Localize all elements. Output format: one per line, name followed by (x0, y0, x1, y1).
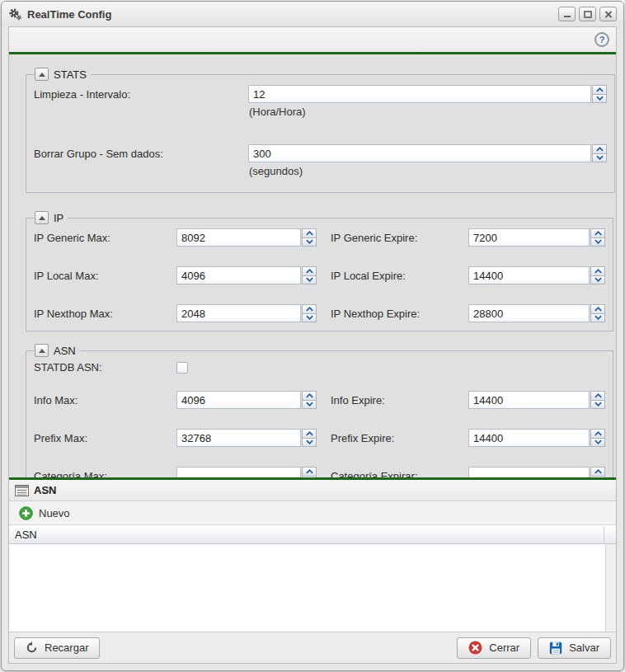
spinner-down-button[interactable] (592, 154, 607, 163)
arrow-up-icon (39, 349, 45, 353)
spinner-up-button[interactable] (590, 304, 605, 314)
collapse-ip-button[interactable] (35, 211, 49, 224)
limpieza-intervalo-label: Limpieza - Intervalo: (34, 85, 248, 101)
prefix-max-input[interactable] (176, 429, 301, 447)
fieldset-stats-title: STATS (54, 68, 87, 81)
categoria-max-label: Categoría Max: (34, 470, 176, 478)
chevron-down-icon (596, 96, 604, 101)
spinner-up-button[interactable] (302, 266, 317, 276)
asn-grid-title: ASN (34, 484, 56, 496)
nuevo-button[interactable]: Nuevo (14, 505, 75, 522)
bottom-toolbar: Recargar Cerrar Salvar (9, 632, 616, 663)
prefix-expire-input[interactable] (468, 429, 590, 447)
chevron-down-icon (596, 155, 604, 160)
collapse-asn-button[interactable] (35, 344, 49, 357)
asn-column-header[interactable]: ASN (9, 525, 616, 544)
spinner-up-button[interactable] (302, 228, 317, 238)
spinner-down-button[interactable] (302, 439, 317, 448)
spinner-up-button[interactable] (302, 429, 317, 439)
info-expire-label: Info Expire: (331, 394, 468, 406)
chevron-up-icon (306, 469, 313, 474)
limpieza-intervalo-input[interactable] (248, 85, 591, 103)
fieldset-asn-legend: ASN (34, 344, 80, 357)
spinner-down-button[interactable] (592, 95, 607, 104)
chevron-up-icon (594, 269, 602, 274)
asn-column-header-label: ASN (9, 529, 37, 541)
spinner-up-button[interactable] (590, 391, 605, 401)
categoria-expirar-input[interactable] (468, 467, 590, 477)
borrar-grupo-input[interactable] (248, 144, 591, 162)
maximize-button[interactable] (579, 7, 596, 21)
info-expire-input[interactable] (468, 391, 590, 409)
ip-nexthop-expire-label: IP Nexthop Expire: (331, 308, 468, 320)
spinner-up-button[interactable] (592, 144, 607, 154)
help-button[interactable]: ? (594, 32, 609, 47)
window-body: ? STATS Limpieza - Intervalo: (8, 26, 617, 664)
recargar-button[interactable]: Recargar (14, 637, 100, 659)
spinner-down-button[interactable] (590, 401, 605, 410)
ip-local-max-input[interactable] (176, 266, 301, 284)
prefix-expire-label: Prefix Expire: (331, 432, 468, 444)
window-controls (558, 7, 617, 21)
minimize-button[interactable] (558, 7, 576, 21)
ip-nexthop-max-field (176, 304, 317, 322)
ip-nexthop-max-input[interactable] (176, 304, 301, 322)
spinner-down-button[interactable] (590, 439, 605, 448)
ip-nexthop-expire-input[interactable] (468, 304, 590, 322)
close-circle-icon (468, 641, 482, 655)
spinner-down-button[interactable] (302, 238, 317, 247)
prefix-max-label: Prefix Max: (34, 432, 176, 444)
spinner-up-button[interactable] (590, 266, 605, 276)
chevron-up-icon (594, 231, 602, 236)
spinner-up-button[interactable] (590, 228, 605, 238)
asn-grid-toolbar: Nuevo (9, 501, 616, 525)
chevron-up-icon (306, 269, 313, 274)
ip-local-expire-input[interactable] (468, 266, 590, 284)
spinner (592, 85, 607, 103)
collapse-stats-button[interactable] (35, 68, 49, 81)
salvar-button[interactable]: Salvar (538, 637, 611, 659)
fieldset-stats-legend: STATS (34, 68, 91, 81)
chevron-down-icon (306, 439, 313, 444)
chevron-up-icon (306, 307, 313, 312)
column-divider (604, 527, 604, 543)
spinner-down-button[interactable] (590, 314, 605, 323)
vertical-scrollbar-track (605, 544, 616, 632)
asn-grid-body[interactable] (9, 544, 616, 632)
spinner-down-button[interactable] (302, 401, 317, 410)
window-titlebar[interactable]: RealTime Config (2, 2, 623, 26)
spinner-up-button[interactable] (302, 467, 317, 477)
cerrar-button-label: Cerrar (489, 641, 519, 654)
fieldset-asn-title: ASN (54, 345, 76, 357)
refresh-icon (26, 641, 38, 654)
info-max-input[interactable] (176, 391, 301, 409)
cerrar-button[interactable]: Cerrar (457, 637, 531, 659)
limpieza-intervalo-note: (Hora/Hora) (249, 106, 607, 118)
spinner-down-button[interactable] (302, 314, 317, 323)
spinner-up-button[interactable] (302, 391, 317, 401)
nuevo-button-label: Nuevo (39, 507, 70, 519)
spinner-up-button[interactable] (590, 467, 605, 477)
close-button[interactable] (599, 7, 617, 21)
borrar-grupo-note: (segundos) (249, 165, 607, 177)
spinner-down-button[interactable] (302, 276, 317, 285)
prefix-expire-field (468, 429, 605, 447)
spinner-up-button[interactable] (590, 429, 605, 439)
chevron-down-icon (306, 402, 313, 406)
top-toolbar: ? (9, 27, 616, 52)
arrow-up-icon (39, 73, 45, 77)
ip-generic-max-input[interactable] (176, 228, 301, 247)
chevron-up-icon (594, 307, 602, 312)
info-max-field (176, 391, 317, 409)
realtime-config-window: RealTime Config ? (1, 1, 624, 671)
ip-generic-expire-input[interactable] (468, 228, 590, 247)
statdb-asn-label: STATDB ASN: (34, 361, 176, 374)
spinner-up-button[interactable] (302, 304, 317, 314)
spinner-down-button[interactable] (590, 276, 605, 285)
statdb-asn-checkbox[interactable] (176, 362, 188, 374)
spinner-down-button[interactable] (590, 238, 605, 247)
chevron-up-icon (306, 393, 313, 398)
spinner (302, 266, 317, 284)
spinner-up-button[interactable] (592, 85, 607, 95)
categoria-max-input[interactable] (176, 467, 301, 477)
